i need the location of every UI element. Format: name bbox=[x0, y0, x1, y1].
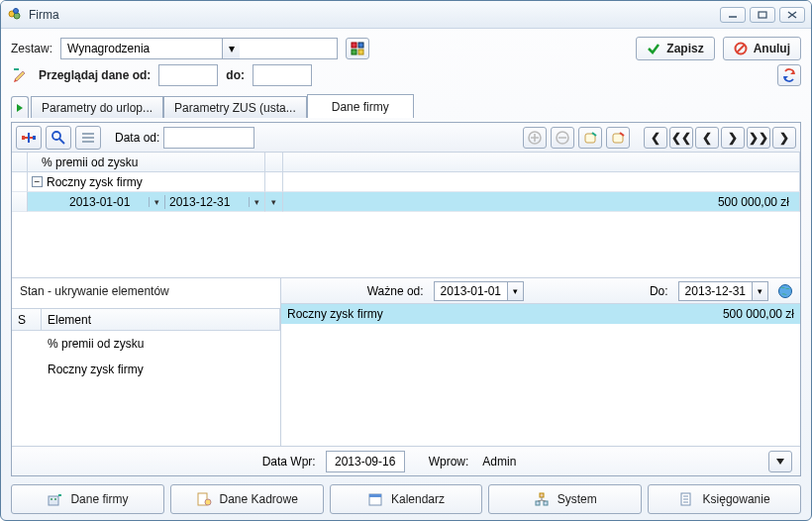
bottom-dane-firmy[interactable]: Dane firmy bbox=[11, 484, 164, 514]
bottom-ksiegowanie[interactable]: Księgowanie bbox=[648, 484, 801, 514]
left-header: S Element bbox=[12, 309, 280, 331]
tabs: Parametry do urlop... Parametry ZUS (ust… bbox=[11, 94, 801, 118]
chevron-down-icon[interactable]: ▾ bbox=[752, 282, 767, 300]
wprow-value: Admin bbox=[482, 455, 516, 469]
date-to-cell[interactable]: 2013-12-31 bbox=[164, 195, 249, 209]
edit-icon bbox=[11, 67, 31, 83]
action2-button[interactable] bbox=[606, 127, 630, 149]
left-panel-title: Stan - ukrywanie elementów bbox=[12, 278, 280, 309]
arrow-down-button[interactable] bbox=[768, 451, 792, 472]
remove-button[interactable] bbox=[551, 127, 574, 149]
app-window: Firma Zestaw: ▾ Zapisz Anuluj bbox=[0, 0, 812, 521]
browse-from-input[interactable] bbox=[158, 64, 218, 86]
grid-toolbar: Data od: ❮ ❮❮ ❮ ❯ ❯❯ ❯ bbox=[12, 123, 800, 153]
svg-rect-19 bbox=[82, 137, 94, 139]
right-panel: Ważne od: 2013-01-01 ▾ Do: 2013-12-31 ▾ bbox=[281, 278, 800, 446]
list-item[interactable]: Roczny zysk firmy bbox=[12, 357, 280, 382]
browse-to-input[interactable] bbox=[253, 64, 312, 86]
window-title: Firma bbox=[29, 8, 716, 22]
svg-point-28 bbox=[779, 284, 792, 297]
wprow-label: Wprow: bbox=[429, 455, 469, 469]
right-header: Ważne od: 2013-01-01 ▾ Do: 2013-12-31 ▾ bbox=[281, 278, 800, 304]
nav-next-page[interactable]: ❯❯ bbox=[747, 127, 770, 149]
tab-parametry-zus[interactable]: Parametry ZUS (usta... bbox=[163, 96, 307, 118]
check-icon bbox=[647, 42, 660, 55]
accounting-icon bbox=[679, 491, 695, 507]
app-icon bbox=[7, 7, 23, 23]
panel-footer: Data Wpr: Wprow: Admin bbox=[12, 446, 800, 475]
date-from-cell[interactable]: 2013-01-01 bbox=[65, 195, 149, 209]
do-input[interactable]: 2013-12-31 ▾ bbox=[678, 281, 768, 301]
close-button[interactable] bbox=[779, 7, 805, 23]
zestaw-tool-button[interactable] bbox=[346, 38, 369, 59]
chevron-down-icon[interactable]: ▾ bbox=[249, 197, 264, 207]
element-list[interactable]: % premii od zysku Roczny zysk firmy bbox=[12, 331, 280, 446]
svg-rect-31 bbox=[54, 498, 56, 500]
svg-point-16 bbox=[52, 132, 60, 140]
svg-rect-39 bbox=[536, 501, 540, 505]
data-od-input[interactable] bbox=[163, 127, 254, 149]
zestaw-input[interactable] bbox=[61, 39, 222, 58]
browse-from-label: Przeglądaj dane od: bbox=[39, 68, 151, 82]
svg-rect-8 bbox=[358, 43, 363, 48]
tab-parametry-urlop[interactable]: Parametry do urlop... bbox=[31, 96, 163, 118]
wazne-od-input[interactable]: 2013-01-01 ▾ bbox=[434, 281, 524, 301]
main-panel: Data od: ❮ ❮❮ ❮ ❯ ❯❯ ❯ bbox=[11, 122, 801, 476]
row-zestaw: Zestaw: ▾ Zapisz Anuluj bbox=[11, 37, 801, 60]
nav-prev[interactable]: ❮ bbox=[695, 127, 719, 149]
zestaw-label: Zestaw: bbox=[11, 42, 52, 55]
bottom-dane-kadrowe[interactable]: Dane Kadrowe bbox=[170, 484, 324, 514]
svg-rect-18 bbox=[82, 133, 94, 135]
action1-button[interactable] bbox=[578, 127, 602, 149]
col-s[interactable]: S bbox=[12, 309, 42, 330]
svg-rect-20 bbox=[82, 141, 94, 143]
chevron-down-icon[interactable]: ▾ bbox=[265, 197, 282, 207]
tools-icon[interactable] bbox=[16, 126, 42, 150]
maximize-button[interactable] bbox=[750, 7, 775, 23]
svg-rect-4 bbox=[759, 12, 766, 18]
globe-icon[interactable] bbox=[774, 281, 796, 301]
svg-point-1 bbox=[14, 13, 20, 19]
left-panel: Stan - ukrywanie elementów S Element % p… bbox=[12, 278, 281, 446]
company-icon bbox=[47, 491, 62, 507]
list-item[interactable]: % premii od zysku bbox=[12, 331, 280, 357]
data-wpr-label: Data Wpr: bbox=[262, 455, 316, 469]
nav-first[interactable]: ❮ bbox=[644, 127, 667, 149]
zestaw-combo[interactable]: ▾ bbox=[60, 38, 338, 59]
nav-next[interactable]: ❯ bbox=[721, 127, 745, 149]
data-wpr-input[interactable] bbox=[326, 451, 405, 472]
row-amount: 500 000,00 zł bbox=[681, 304, 800, 324]
run-button[interactable] bbox=[11, 96, 29, 118]
svg-line-17 bbox=[59, 139, 64, 144]
minimize-button[interactable] bbox=[720, 7, 746, 23]
search-icon[interactable] bbox=[46, 126, 71, 150]
bottom-kalendarz[interactable]: Kalendarz bbox=[330, 484, 483, 514]
refresh-button[interactable] bbox=[777, 64, 801, 86]
svg-rect-35 bbox=[369, 494, 381, 497]
nav-prev-page[interactable]: ❮❮ bbox=[669, 127, 693, 149]
titlebar: Firma bbox=[1, 1, 811, 29]
chevron-down-icon[interactable]: ▾ bbox=[149, 197, 164, 207]
table-row[interactable]: Roczny zysk firmy 500 000,00 zł bbox=[281, 304, 800, 324]
cancel-button[interactable]: Anuluj bbox=[723, 37, 801, 60]
chevron-down-icon[interactable]: ▾ bbox=[222, 39, 240, 58]
bottom-system[interactable]: System bbox=[488, 484, 642, 514]
chevron-down-icon[interactable]: ▾ bbox=[507, 282, 523, 300]
list-icon[interactable] bbox=[75, 126, 101, 150]
tab-dane-firmy[interactable]: Dane firmy bbox=[307, 94, 414, 118]
svg-line-12 bbox=[737, 45, 745, 52]
row-browse-dates: Przeglądaj dane od: do: bbox=[11, 64, 801, 86]
grid-selected-row[interactable]: 2013-01-01 ▾ 2013-12-31 ▾ ▾ 500 000,00 z… bbox=[12, 192, 800, 212]
col-element[interactable]: Element bbox=[42, 309, 280, 330]
cancel-icon bbox=[734, 42, 748, 55]
svg-line-42 bbox=[538, 500, 542, 501]
svg-rect-14 bbox=[22, 136, 25, 140]
save-button[interactable]: Zapisz bbox=[636, 37, 714, 60]
nav-last[interactable]: ❯ bbox=[772, 127, 796, 149]
tree-grid[interactable]: % premii od zysku − Roczny zysk firmy bbox=[12, 153, 800, 277]
add-button[interactable] bbox=[523, 127, 547, 149]
do-label: Do: bbox=[650, 284, 668, 298]
tree-collapse-icon[interactable]: − bbox=[32, 176, 43, 187]
svg-rect-29 bbox=[49, 496, 58, 505]
data-od-label: Data od: bbox=[115, 131, 159, 145]
